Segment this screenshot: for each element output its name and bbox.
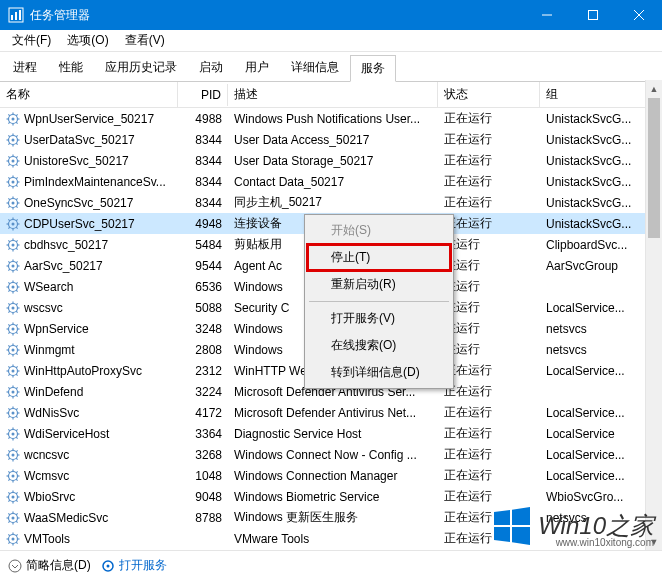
service-gear-icon [6, 217, 20, 231]
table-row[interactable]: WaaSMedicSvc8788Windows 更新医生服务正在运行netsvc… [0, 507, 662, 528]
cell-name: WinDefend [0, 383, 178, 401]
svg-line-175 [16, 458, 17, 459]
contextmenu-start[interactable]: 开始(S) [307, 217, 451, 244]
tab-users[interactable]: 用户 [234, 54, 280, 81]
tab-performance[interactable]: 性能 [48, 54, 94, 81]
services-icon [101, 559, 115, 573]
table-row[interactable]: WpnUserService_502174988Windows Push Not… [0, 108, 662, 129]
scroll-thumb[interactable] [648, 98, 660, 238]
contextmenu-restart[interactable]: 重新启动(R) [307, 271, 451, 298]
table-row[interactable]: VMToolsVMware Tools正在运行 [0, 528, 662, 549]
cell-name: CDPUserSvc_50217 [0, 215, 178, 233]
header-pid[interactable]: PID [178, 84, 228, 106]
svg-rect-2 [15, 12, 17, 20]
svg-line-145 [16, 395, 17, 396]
header-desc[interactable]: 描述 [228, 82, 438, 107]
service-name: WaaSMedicSvc [24, 511, 108, 525]
svg-line-204 [8, 513, 9, 514]
service-gear-icon [6, 385, 20, 399]
cell-pid: 3248 [178, 320, 228, 338]
header-status[interactable]: 状态 [438, 82, 540, 107]
vertical-scrollbar[interactable]: ▲ ▼ [645, 80, 662, 550]
tab-processes[interactable]: 进程 [2, 54, 48, 81]
cell-name: WpnUserService_50217 [0, 110, 178, 128]
cell-group: UnistackSvcG... [540, 215, 648, 233]
table-row[interactable]: UserDataSvc_502178344User Data Access_50… [0, 129, 662, 150]
svg-line-54 [8, 198, 9, 199]
cell-desc: 同步主机_50217 [228, 192, 438, 213]
cell-name: WSearch [0, 278, 178, 296]
brief-details-toggle[interactable]: 简略信息(D) [8, 557, 91, 574]
cell-name: WpnService [0, 320, 178, 338]
cell-name: Winmgmt [0, 341, 178, 359]
cell-desc: VMware Tools [228, 530, 438, 548]
svg-line-16 [16, 114, 17, 115]
table-row[interactable]: Wcmsvc1048Windows Connection Manager正在运行… [0, 465, 662, 486]
cell-pid: 4948 [178, 215, 228, 233]
svg-line-215 [16, 542, 17, 543]
svg-line-96 [16, 282, 17, 283]
tab-startup[interactable]: 启动 [188, 54, 234, 81]
cell-pid: 3268 [178, 446, 228, 464]
cell-name: WdiServiceHost [0, 425, 178, 443]
svg-line-17 [8, 122, 9, 123]
cell-pid: 4988 [178, 110, 228, 128]
service-gear-icon [6, 469, 20, 483]
cell-name: wcncsvc [0, 446, 178, 464]
maximize-button[interactable] [570, 0, 616, 30]
contextmenu-open[interactable]: 打开服务(V) [307, 305, 451, 332]
cell-name: WinHttpAutoProxySvc [0, 362, 178, 380]
table-row[interactable]: WdNisSvc4172Microsoft Defender Antivirus… [0, 402, 662, 423]
tab-apphistory[interactable]: 应用历史记录 [94, 54, 188, 81]
svg-point-222 [9, 560, 21, 572]
svg-line-87 [8, 269, 9, 270]
scroll-down-arrow[interactable]: ▼ [646, 533, 662, 550]
app-icon [8, 7, 24, 23]
table-row[interactable]: OneSyncSvc_502178344同步主机_50217正在运行Unista… [0, 192, 662, 213]
svg-line-127 [8, 353, 9, 354]
minimize-button[interactable] [524, 0, 570, 30]
svg-point-119 [12, 348, 15, 351]
svg-line-167 [8, 437, 9, 438]
header-group[interactable]: 组 [540, 82, 648, 107]
cell-desc: Diagnostic Service Host [228, 425, 438, 443]
table-row[interactable]: PimIndexMaintenanceSv...8344Contact Data… [0, 171, 662, 192]
close-button[interactable] [616, 0, 662, 30]
cell-pid: 3364 [178, 425, 228, 443]
tabbar: 进程 性能 应用历史记录 启动 用户 详细信息 服务 [0, 52, 662, 82]
open-services-link[interactable]: 打开服务 [101, 557, 167, 574]
menu-file[interactable]: 文件(F) [4, 30, 59, 51]
svg-line-67 [8, 227, 9, 228]
cell-pid [178, 537, 228, 541]
service-gear-icon [6, 154, 20, 168]
contextmenu-search[interactable]: 在线搜索(O) [307, 332, 451, 359]
table-row[interactable]: WbioSrvc9048Windows Biometric Service正在运… [0, 486, 662, 507]
service-name: WdiServiceHost [24, 427, 109, 441]
menu-options[interactable]: 选项(O) [59, 30, 116, 51]
svg-line-134 [8, 366, 9, 367]
tab-services[interactable]: 服务 [350, 55, 396, 82]
table-row[interactable]: UnistoreSvc_502178344User Data Storage_5… [0, 150, 662, 171]
svg-line-46 [16, 177, 17, 178]
service-name: Winmgmt [24, 343, 75, 357]
cell-pid: 6536 [178, 278, 228, 296]
cell-pid: 4172 [178, 404, 228, 422]
svg-line-84 [8, 261, 9, 262]
contextmenu-details[interactable]: 转到详细信息(D) [307, 359, 451, 386]
menu-view[interactable]: 查看(V) [117, 30, 173, 51]
contextmenu-stop[interactable]: 停止(T) [307, 244, 451, 271]
service-gear-icon [6, 364, 20, 378]
svg-line-85 [16, 269, 17, 270]
tab-details[interactable]: 详细信息 [280, 54, 350, 81]
service-gear-icon [6, 280, 20, 294]
svg-point-129 [12, 369, 15, 372]
scroll-up-arrow[interactable]: ▲ [646, 80, 662, 97]
cell-group [540, 537, 648, 541]
svg-point-139 [12, 390, 15, 393]
cell-desc: Windows Biometric Service [228, 488, 438, 506]
header-name[interactable]: 名称 [0, 82, 178, 107]
table-row[interactable]: wcncsvc3268Windows Connect Now - Config … [0, 444, 662, 465]
svg-line-64 [8, 219, 9, 220]
cell-name: WbioSrvc [0, 488, 178, 506]
table-row[interactable]: WdiServiceHost3364Diagnostic Service Hos… [0, 423, 662, 444]
